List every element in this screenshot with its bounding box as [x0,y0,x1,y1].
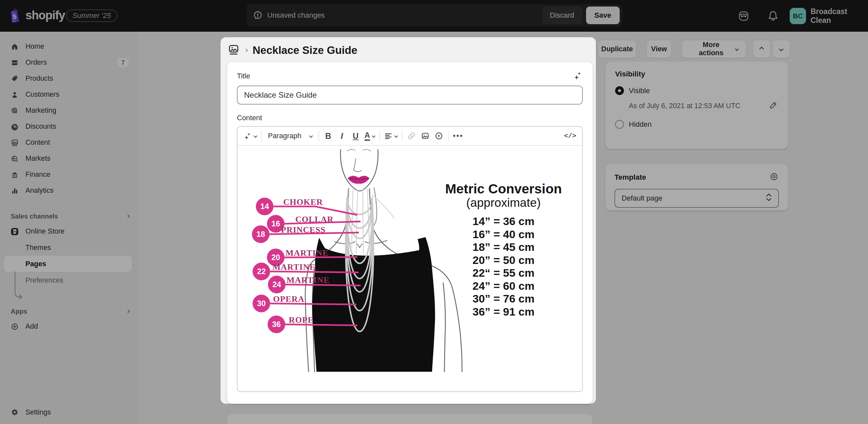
tree-connector-arrow [13,272,25,303]
sidebar-item-products[interactable]: Products [0,70,138,87]
shopify-logo[interactable]: S shopify [7,7,65,24]
online-store-icon [11,228,19,235]
save-button[interactable]: Save [586,6,620,24]
plus-circle-icon [11,323,19,331]
breadcrumb-chevron-icon [244,48,248,52]
sidebar-item-pages[interactable]: Pages [0,256,138,272]
italic-button[interactable]: I [335,129,349,143]
conversion-subtitle: (approximate) [433,196,574,210]
title-field-label: Title [237,72,250,80]
sidebar-item-customers[interactable]: Customers [0,87,138,103]
chevron-up-icon [760,47,764,51]
code-view-button[interactable]: </> [562,129,578,143]
chevron-right-icon [126,309,129,313]
size-circle-22: 22 [253,263,270,280]
ai-assist-button[interactable] [242,129,259,143]
alignment-button[interactable] [382,129,399,143]
visible-radio-row[interactable]: Visible [615,86,778,95]
view-button[interactable]: View [646,40,672,58]
sidebar-item-themes[interactable]: Themes [0,239,138,256]
paragraph-style-dropdown[interactable]: Paragraph [264,129,316,143]
visibility-card: Visibility Visible As of July 6, 2021 at… [605,61,788,149]
apps-header[interactable]: Apps [0,304,138,318]
version-badge: Summer '25 [66,9,118,22]
alert-icon [253,10,263,20]
view-eye-icon[interactable] [769,172,779,183]
link-button[interactable] [405,129,418,143]
more-actions-button[interactable]: More actions [682,40,746,58]
store-name[interactable]: Broadcast Clean [811,0,868,32]
shopify-wordmark: shopify [26,8,65,22]
ai-sparkle-icon[interactable] [573,70,583,82]
visibility-title: Visibility [615,70,778,78]
sidebar-item-online-store[interactable]: Online Store [0,223,138,239]
previous-page-button[interactable] [753,40,770,58]
edit-pencil-icon[interactable] [769,100,778,111]
discount-icon: % [11,123,19,131]
sidebar-item-content[interactable]: Content [0,135,138,150]
avatar[interactable]: BC [790,8,806,24]
title-input[interactable] [237,86,583,105]
svg-text:$: $ [16,159,18,162]
sidebar-item-finance[interactable]: Finance [0,167,138,182]
template-title: Template [615,173,646,181]
template-card: Template Default page [605,164,788,210]
person-icon [11,91,19,98]
notifications-bell-icon[interactable] [766,9,780,23]
insert-image-button[interactable] [418,129,432,143]
picture-icon [11,139,19,147]
next-page-button[interactable] [772,40,790,58]
radio-unselected[interactable] [615,120,624,129]
necklace-style-label: MARTINE [285,248,329,258]
conversion-row: 22“ = 55 cm [433,266,574,280]
breadcrumb-pages-icon[interactable] [228,44,240,57]
bold-button[interactable]: B [321,129,335,143]
conversion-row: 24” = 60 cm [433,280,574,293]
rich-text-editor: Paragraph B I U A [237,126,583,392]
sidebar-item-settings[interactable]: Settings [0,404,138,421]
globe-icon: $ [11,155,19,163]
editor-toolbar: Paragraph B I U A [238,127,582,146]
chevron-down-icon [309,134,313,138]
bar-chart-icon [11,187,19,195]
necklace-style-label: CHOKER [283,197,323,207]
sidebar-item-add-app[interactable]: Add [0,318,138,335]
sidebar-item-orders[interactable]: Orders 7 [0,55,138,70]
size-circle-24: 24 [268,276,285,293]
svg-text:%: % [13,124,17,129]
visible-as-of-text: As of July 6, 2021 at 12:53 AM UTC [629,102,740,110]
radio-selected[interactable] [615,86,624,95]
sidebar-item-analytics[interactable]: Analytics [0,182,138,199]
content-field-label: Content [237,114,583,122]
underline-button[interactable]: U [349,129,363,143]
text-color-button[interactable]: A [363,129,377,143]
conversion-row: 18” = 45 cm [433,241,574,254]
size-circle-30: 30 [253,295,270,312]
more-formatting-button[interactable]: ••• [451,129,465,143]
duplicate-button[interactable]: Duplicate [598,40,636,58]
orders-icon [11,59,19,67]
size-circle-14: 14 [256,198,274,215]
necklace-style-label: OPERA [273,294,305,304]
page-details-card: Title Content Paragraph [227,62,593,404]
sidekick-icon[interactable] [737,9,750,23]
insert-video-button[interactable] [432,129,446,143]
template-select[interactable]: Default page [615,189,779,208]
sidebar-item-home[interactable]: Home [0,38,138,55]
hidden-radio-row[interactable]: Hidden [615,120,778,129]
unsaved-changes-bar: Unsaved changes Discard Save [246,4,622,26]
editor-content-area[interactable]: 14CHOKER16COLLAR18PRINCESS20MARTINE22MAR… [238,146,582,391]
discard-button[interactable]: Discard [542,6,582,24]
chevron-right-icon [126,214,129,218]
page-editor-focus: Necklace Size Guide Title Content [221,37,596,404]
necklace-style-label: MARTINE [273,262,315,272]
home-icon [11,43,19,51]
sidebar-item-marketing[interactable]: Marketing [0,103,138,119]
active-pill [4,256,132,272]
sales-channels-header[interactable]: Sales channels [0,209,138,223]
sidebar-item-discounts[interactable]: % Discounts [0,119,138,135]
sidebar-item-markets[interactable]: $ Markets [0,150,138,167]
orders-count-badge: 7 [117,58,129,67]
metric-conversion-block: Metric Conversion (approximate) 14” = 36… [433,181,574,318]
chevron-down-icon [779,47,783,51]
